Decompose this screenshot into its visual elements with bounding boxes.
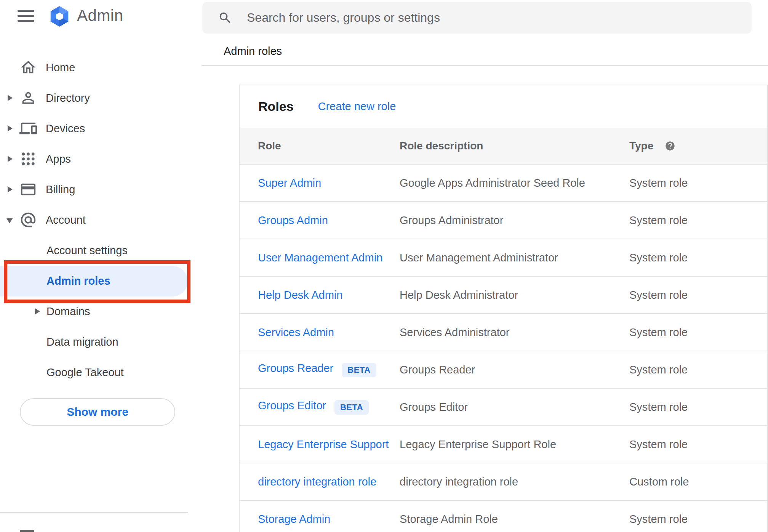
column-header-role: Role (258, 140, 400, 152)
table-row: Storage AdminStorage Admin RoleSystem ro… (240, 500, 767, 532)
sidebar-bottom-divider (0, 512, 188, 513)
table-row: User Management AdminUser Management Adm… (240, 239, 767, 276)
column-header-type: Type (629, 140, 653, 152)
sidebar-item-label: Account (46, 205, 86, 235)
role-type: System role (629, 401, 767, 413)
sidebar-item-admin-roles[interactable]: Admin roles (0, 266, 202, 296)
table-row: Help Desk AdminHelp Desk AdministratorSy… (240, 276, 767, 313)
role-description: Storage Admin Role (400, 513, 629, 526)
table-body: Super AdminGoogle Apps Administrator See… (240, 164, 767, 532)
caret-right-icon[interactable] (8, 186, 13, 192)
role-link-storage-admin[interactable]: Storage Admin (258, 513, 330, 525)
sidebar-item-google-takeout[interactable]: Google Takeout (0, 357, 202, 388)
role-type: System role (629, 177, 767, 189)
admin-console-screen: Admin HomeDirectoryDevicesAppsBillingAcc… (0, 0, 768, 532)
role-type: System role (629, 326, 767, 339)
role-link-super-admin[interactable]: Super Admin (258, 177, 321, 189)
sidebar-item-domains[interactable]: Domains (0, 296, 202, 327)
roles-panel-header: Roles Create new role (240, 85, 767, 128)
sidebar-item-label: Domains (46, 296, 90, 327)
card-icon (19, 180, 37, 199)
beta-badge: BETA (342, 363, 376, 377)
apps-icon (19, 150, 37, 168)
table-row: Legacy Enterprise SupportLegacy Enterpri… (240, 425, 767, 463)
role-link-directory-integration-role[interactable]: directory integration role (258, 476, 376, 488)
role-description: User Management Administrator (400, 252, 629, 264)
sidebar-item-directory[interactable]: Directory (0, 83, 202, 113)
at-icon (19, 211, 37, 229)
sidebar-item-label: Home (46, 52, 75, 83)
show-more-button[interactable]: Show more (20, 398, 175, 426)
sidebar-item-home[interactable]: Home (0, 52, 202, 83)
role-link-groups-admin[interactable]: Groups Admin (258, 214, 328, 226)
sidebar-item-account-settings[interactable]: Account settings (0, 235, 202, 266)
sidebar-item-label: Account settings (46, 235, 128, 266)
table-row: Super AdminGoogle Apps Administrator See… (240, 164, 767, 201)
role-type: Custom role (629, 476, 767, 488)
home-icon (19, 58, 37, 77)
sidebar-item-devices[interactable]: Devices (0, 113, 202, 144)
breadcrumb: Admin roles (224, 45, 282, 58)
panel-title: Roles (258, 99, 294, 114)
column-header-description: Role description (400, 140, 629, 152)
sidebar: Admin HomeDirectoryDevicesAppsBillingAcc… (0, 0, 202, 532)
sidebar-item-data-migration[interactable]: Data migration (0, 327, 202, 357)
search-input[interactable] (232, 2, 752, 34)
sidebar-item-label: Devices (46, 113, 85, 144)
caret-right-icon[interactable] (8, 156, 13, 162)
caret-right-icon[interactable] (8, 125, 13, 131)
role-link-user-management-admin[interactable]: User Management Admin (258, 252, 382, 264)
caret-right-icon[interactable] (35, 308, 40, 314)
role-description: directory integration role (400, 476, 629, 488)
role-description: Help Desk Administrator (400, 289, 629, 301)
caret-down-icon[interactable] (6, 218, 13, 223)
table-row: directory integration roledirectory inte… (240, 463, 767, 500)
sidebar-item-label: Apps (46, 144, 71, 174)
role-description: Services Administrator (400, 326, 629, 339)
table-header-row: Role Role description Type (240, 128, 767, 164)
sidebar-item-label: Admin roles (46, 266, 110, 296)
main-area: Admin roles Roles Create new role Role R… (202, 0, 768, 532)
role-description: Groups Editor (400, 401, 629, 413)
search-icon[interactable] (218, 11, 232, 25)
table-row: Groups AdminGroups AdministratorSystem r… (240, 201, 767, 239)
person-icon (19, 89, 37, 107)
devices-icon (19, 119, 37, 138)
search-bar[interactable] (202, 2, 752, 34)
sidebar-item-account[interactable]: Account (0, 205, 202, 235)
table-row: Groups EditorBETAGroups EditorSystem rol… (240, 388, 767, 425)
sidebar-item-apps[interactable]: Apps (0, 144, 202, 174)
partial-cutoff-icon (20, 530, 34, 532)
beta-badge: BETA (334, 400, 369, 415)
roles-panel: Roles Create new role Role Role descript… (239, 85, 768, 532)
role-link-groups-reader[interactable]: Groups Reader (258, 362, 333, 374)
role-type: System role (629, 364, 767, 376)
role-link-services-admin[interactable]: Services Admin (258, 326, 334, 338)
table-row: Services AdminServices AdministratorSyst… (240, 313, 767, 351)
role-type: System role (629, 438, 767, 451)
role-type: System role (629, 289, 767, 301)
sidebar-item-billing[interactable]: Billing (0, 174, 202, 205)
role-link-legacy-enterprise-support[interactable]: Legacy Enterprise Support (258, 438, 389, 450)
sidebar-item-label: Google Takeout (46, 357, 124, 388)
help-icon[interactable] (665, 141, 675, 151)
sidebar-item-label: Directory (46, 83, 90, 113)
sidebar-item-label: Data migration (46, 327, 118, 357)
role-description: Legacy Enterprise Support Role (400, 438, 629, 451)
role-link-help-desk-admin[interactable]: Help Desk Admin (258, 289, 342, 301)
role-type: System role (629, 252, 767, 264)
header-divider (202, 65, 768, 66)
role-description: Google Apps Administrator Seed Role (400, 177, 629, 189)
caret-right-icon[interactable] (8, 95, 13, 101)
role-description: Groups Administrator (400, 214, 629, 227)
role-link-groups-editor[interactable]: Groups Editor (258, 399, 326, 412)
role-type: System role (629, 513, 767, 526)
create-new-role-link[interactable]: Create new role (318, 100, 396, 113)
sidebar-item-label: Billing (46, 174, 75, 205)
table-row: Groups ReaderBETAGroups ReaderSystem rol… (240, 351, 767, 388)
role-description: Groups Reader (400, 364, 629, 376)
sidebar-nav: HomeDirectoryDevicesAppsBillingAccountAc… (0, 0, 202, 532)
role-type: System role (629, 214, 767, 227)
